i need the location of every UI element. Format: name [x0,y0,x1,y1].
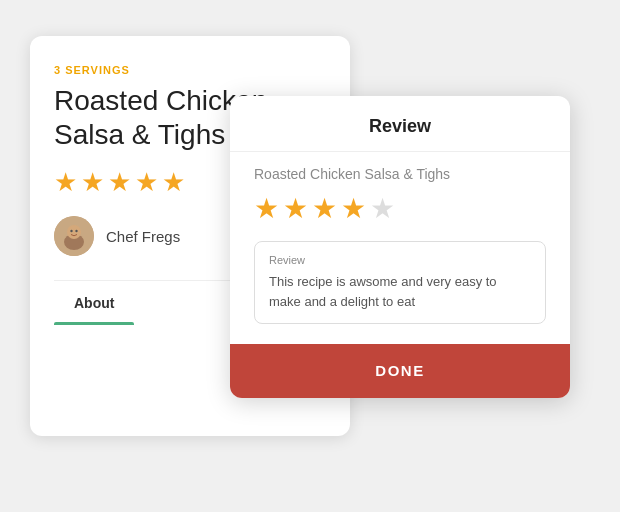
svg-point-2 [67,225,81,239]
modal-stars-row: ★ ★ ★ ★ ★ [254,192,546,225]
modal-divider [230,151,570,152]
modal-header: Review [230,96,570,151]
modal-recipe-name: Roasted Chicken Salsa & Tighs [254,166,546,182]
chef-avatar [54,216,94,256]
svg-point-4 [75,230,77,232]
review-label: Review [269,254,531,266]
modal-footer: DONE [230,344,570,398]
star-2: ★ [81,167,104,198]
servings-label: 3 SERVINGS [54,64,326,76]
modal-title: Review [254,116,546,137]
star-5: ★ [162,167,185,198]
done-button[interactable]: DONE [254,362,546,379]
star-1: ★ [54,167,77,198]
tab-about[interactable]: About [54,281,134,325]
svg-point-3 [70,230,72,232]
modal-star-1[interactable]: ★ [254,192,279,225]
modal-star-5[interactable]: ★ [370,192,395,225]
modal-star-2[interactable]: ★ [283,192,308,225]
review-box: Review This recipe is awsome and very ea… [254,241,546,324]
review-modal: Review Roasted Chicken Salsa & Tighs ★ ★… [230,96,570,398]
chef-name: Chef Fregs [106,228,180,245]
modal-star-3[interactable]: ★ [312,192,337,225]
review-text: This recipe is awsome and very easy to m… [269,272,531,311]
modal-star-4[interactable]: ★ [341,192,366,225]
modal-body: Roasted Chicken Salsa & Tighs ★ ★ ★ ★ ★ … [230,166,570,344]
scene: 3 SERVINGS Roasted Chicken Salsa & Tighs… [30,36,590,476]
star-4: ★ [135,167,158,198]
star-3: ★ [108,167,131,198]
